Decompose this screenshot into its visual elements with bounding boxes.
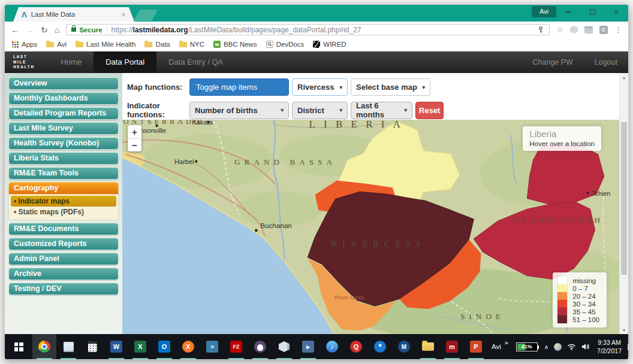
sidebar-item-rme-team-tools[interactable]: RM&E Team Tools bbox=[8, 167, 119, 180]
taskbar-app-xampp[interactable]: X bbox=[176, 334, 200, 359]
nav-change-pw[interactable]: Change PW bbox=[522, 51, 583, 73]
taskbar-user-label[interactable]: Avi bbox=[488, 334, 505, 359]
sidebar-item-detailed-program-reports[interactable]: Detailed Program Reports bbox=[8, 107, 119, 120]
sidebar-item-monthly-dashboards[interactable]: Monthly Dashboards bbox=[8, 92, 119, 105]
refresh-button[interactable]: ↻ bbox=[41, 26, 48, 34]
tab-title: Last Mile Data bbox=[31, 11, 122, 18]
extension-cube-icon[interactable] bbox=[570, 26, 578, 34]
bookmark-folder-data[interactable]: Data bbox=[144, 41, 170, 48]
submenu-indicator-maps[interactable]: • Indicator maps bbox=[11, 196, 116, 207]
sidebar-item-last-mile-survey[interactable]: Last Mile Survey bbox=[8, 122, 119, 135]
nav-home[interactable]: Home bbox=[49, 51, 94, 73]
taskbar-app-virtualbox[interactable] bbox=[272, 334, 296, 359]
minimize-button[interactable] bbox=[556, 5, 580, 19]
reset-button[interactable]: Reset bbox=[415, 102, 444, 119]
bookmark-folder-avi[interactable]: Avi bbox=[46, 41, 67, 48]
zoom-out-button[interactable]: − bbox=[128, 138, 141, 151]
folder-icon bbox=[144, 42, 152, 47]
taskbar-app-file-explorer[interactable] bbox=[416, 334, 440, 359]
tray-circle-icon[interactable] bbox=[554, 343, 562, 351]
nav-logout[interactable]: Logout bbox=[584, 51, 628, 73]
taskbar-app-powerpoint[interactable]: P bbox=[464, 334, 488, 359]
taskbar-app-github[interactable] bbox=[248, 334, 272, 359]
sidebar-item-health-survey-konobo[interactable]: Health Survey (Konobo) bbox=[8, 137, 119, 150]
sidebar-item-cartography[interactable]: Cartography bbox=[8, 182, 119, 195]
map-svg[interactable]: MONTSERRADO LIBERIA GRAND BASSA RIVERCES… bbox=[122, 120, 619, 334]
bookmark-bbc-news[interactable]: MBBC News bbox=[213, 41, 257, 48]
bookmark-label: BBC News bbox=[224, 41, 257, 48]
toggle-map-items-button[interactable]: Toggle map items bbox=[189, 78, 289, 96]
browser-menu-button[interactable]: ⋮ bbox=[614, 25, 622, 34]
battery-percent: 41% bbox=[522, 344, 532, 350]
bookmark-devdocs[interactable]: DevDocs bbox=[266, 41, 305, 48]
page-scrollbar[interactable]: ▲ ▼ bbox=[619, 73, 628, 334]
bookmark-folder-nyc[interactable]: NYC bbox=[179, 41, 204, 48]
wifi-icon[interactable] bbox=[567, 343, 576, 350]
sidebar-item-archive[interactable]: Archive bbox=[8, 268, 119, 280]
new-tab-button[interactable] bbox=[134, 10, 158, 21]
taskbar-app-itunes[interactable]: ♪ bbox=[320, 334, 344, 359]
close-tab-icon[interactable]: × bbox=[121, 10, 126, 19]
sidebar-item-admin-panel[interactable]: Admin Panel bbox=[8, 253, 119, 265]
start-button[interactable] bbox=[5, 334, 32, 359]
taskbar-app-outlook[interactable]: O bbox=[152, 334, 176, 359]
taskbar-app-pinwheel[interactable]: * bbox=[368, 334, 392, 359]
town-label-river-cess: River Cess bbox=[334, 294, 364, 301]
taskbar-app-excel[interactable]: X bbox=[128, 334, 152, 359]
extension-c-icon[interactable]: C bbox=[599, 26, 608, 34]
taskbar-clock[interactable]: 9:33 AM 7/2/2017 bbox=[593, 338, 625, 355]
password-key-icon[interactable] bbox=[537, 26, 544, 34]
volume-icon[interactable] bbox=[581, 343, 590, 350]
taskbar-app-m[interactable]: M bbox=[392, 334, 416, 359]
home-button[interactable]: ⌂ bbox=[55, 26, 59, 34]
bookmark-label: WIRED bbox=[323, 41, 346, 48]
taskbar-app-mysql-workbench[interactable]: ≈ bbox=[200, 334, 224, 359]
sidebar-item-rme-documents[interactable]: RM&E Documents bbox=[8, 223, 119, 235]
taskbar-app-word[interactable]: W bbox=[104, 334, 128, 359]
period-select[interactable]: Last 6 months▾ bbox=[351, 102, 412, 119]
maximize-button[interactable] bbox=[580, 5, 604, 19]
bookmark-star-button[interactable]: ☆ bbox=[556, 25, 563, 34]
sidebar-item-liberia-stats[interactable]: Liberia Stats bbox=[8, 152, 119, 165]
nav-data-entry-qa[interactable]: Data Entry / QA bbox=[156, 51, 235, 73]
browser-tab[interactable]: Λ Last Mile Data × bbox=[13, 7, 134, 22]
extension-window-icon[interactable] bbox=[584, 26, 593, 34]
bookmark-wired[interactable]: WIRED bbox=[313, 41, 346, 48]
apps-shortcut[interactable]: Apps bbox=[12, 41, 37, 48]
taskbar-app-mendeley[interactable]: m bbox=[440, 334, 464, 359]
sidebar-item-customized-reports[interactable]: Customized Reports bbox=[8, 238, 119, 250]
scrollbar-down-icon[interactable]: ▼ bbox=[620, 326, 628, 334]
indicator-functions-label: Indicator functions: bbox=[127, 101, 189, 119]
zoom-in-button[interactable]: + bbox=[128, 125, 141, 138]
battery-indicator[interactable]: 41% bbox=[516, 342, 538, 351]
bookmark-folder-last-mile-health[interactable]: Last Mile Health bbox=[76, 41, 135, 48]
profile-badge[interactable]: Avi bbox=[532, 6, 556, 17]
bookmark-label: Avi bbox=[57, 41, 67, 48]
taskbar-app-media-player[interactable]: ▸ bbox=[296, 334, 320, 359]
sidebar-item-overview[interactable]: Overview bbox=[8, 77, 119, 90]
choropleth-map[interactable]: MONTSERRADO LIBERIA GRAND BASSA RIVERCES… bbox=[122, 120, 619, 334]
taskbar-overflow-chevron[interactable]: » bbox=[505, 334, 513, 359]
county-select[interactable]: Rivercess▾ bbox=[292, 78, 348, 96]
action-center-icon[interactable] bbox=[628, 344, 629, 350]
sidebar-item-testing-dev[interactable]: Testing / DEV bbox=[8, 283, 119, 295]
base-map-select[interactable]: Select base map▾ bbox=[351, 78, 430, 96]
scrollbar-thumb[interactable] bbox=[621, 122, 627, 275]
forward-button[interactable]: → bbox=[26, 26, 34, 34]
scrollbar-up-icon[interactable]: ▲ bbox=[620, 73, 628, 81]
legend-swatch bbox=[557, 300, 567, 308]
taskbar-app-quicktime[interactable]: Q bbox=[344, 334, 368, 359]
back-button[interactable]: ← bbox=[11, 26, 19, 34]
address-bar[interactable]: Secure https://lastmiledata.org/LastMile… bbox=[66, 24, 550, 35]
indicator-select[interactable]: Number of births▾ bbox=[189, 102, 289, 119]
admin-level-select[interactable]: District▾ bbox=[292, 102, 348, 119]
close-window-button[interactable]: × bbox=[604, 5, 628, 19]
nav-data-portal[interactable]: Data Portal bbox=[94, 51, 156, 73]
tray-expand-icon[interactable]: ∧ bbox=[544, 344, 548, 350]
taskbar-app-notepad[interactable] bbox=[56, 334, 80, 359]
period-select-value: Last 6 months bbox=[356, 101, 399, 119]
taskbar-app-calculator[interactable] bbox=[80, 334, 104, 359]
submenu-static-maps-pdfs[interactable]: • Static maps (PDFs) bbox=[11, 207, 116, 217]
taskbar-app-filezilla[interactable]: FZ bbox=[224, 334, 248, 359]
taskbar-app-chrome[interactable] bbox=[32, 334, 56, 359]
